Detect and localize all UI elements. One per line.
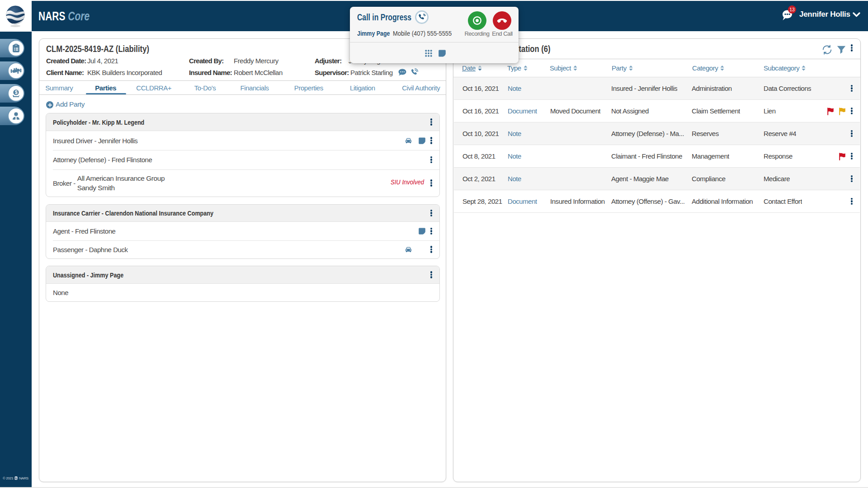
- svg-text:$: $: [15, 90, 18, 95]
